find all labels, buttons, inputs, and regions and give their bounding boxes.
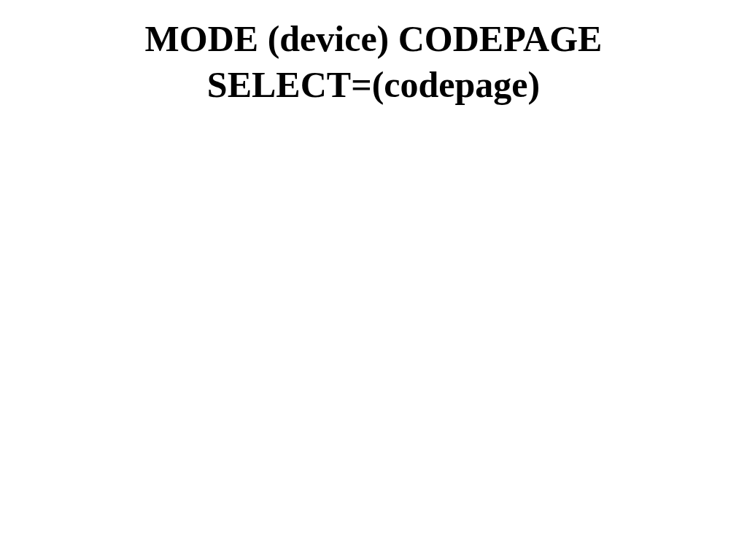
slide-container: MODE (device) CODEPAGE SELECT=(codepage) [0, 0, 747, 560]
title-line-2: SELECT=(codepage) [207, 64, 540, 105]
slide-title: MODE (device) CODEPAGE SELECT=(codepage) [0, 16, 747, 107]
title-line-1: MODE (device) CODEPAGE [145, 18, 603, 59]
